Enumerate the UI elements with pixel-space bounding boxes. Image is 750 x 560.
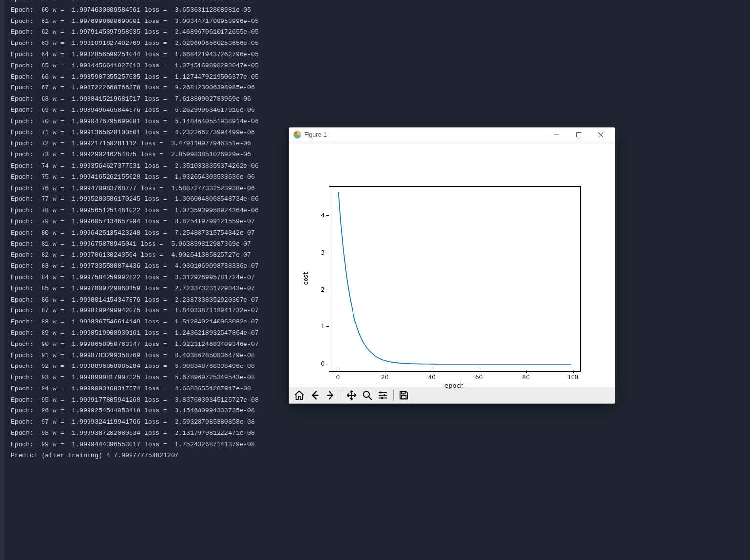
terminal-line: Epoch: 90 w = 1.9998658050763347 loss = … [11, 339, 259, 350]
terminal-line: Epoch: 99 w = 1.9999444396553017 loss = … [11, 439, 259, 451]
terminal-line: Epoch: 66 w = 1.9985907355257035 loss = … [11, 72, 259, 83]
forward-icon[interactable] [324, 388, 337, 402]
line-plot [329, 187, 580, 371]
figure-title: Figure 1 [304, 131, 327, 138]
terminal-line: Epoch: 62 w = 1.9979145397958935 loss = … [11, 27, 259, 38]
x-tick-mark [338, 371, 338, 373]
y-tick-mark [326, 253, 329, 253]
terminal-line: Epoch: 70 w = 1.9990476795699081 loss = … [11, 116, 259, 128]
minimize-button[interactable] [546, 128, 568, 142]
y-tick-mark [326, 364, 329, 364]
terminal-line: Epoch: 77 w = 1.9995203586170245 loss = … [11, 194, 259, 205]
pan-icon[interactable] [345, 388, 358, 402]
x-tick-mark [385, 371, 385, 373]
terminal-output: Epoch: 59 w = 1.9972827927327707 loss = … [11, 0, 259, 461]
terminal-line: Epoch: 76 w = 1.999470983768777 loss = 1… [11, 183, 259, 194]
terminal-line: Epoch: 82 w = 1.999706130243504 loss = 4… [11, 250, 259, 261]
terminal-line: Epoch: 97 w = 1.9999324119941766 loss = … [11, 417, 259, 428]
close-button[interactable] [590, 128, 612, 142]
plot-area: epoch cost 02040608010001234 [289, 142, 615, 387]
svg-line-6 [369, 396, 372, 399]
figure-titlebar[interactable]: Figure 1 [289, 128, 615, 142]
terminal-line: Epoch: 92 w = 1.9998896858085284 loss = … [11, 361, 259, 372]
matplotlib-icon [293, 131, 301, 139]
x-tick-label: 80 [522, 374, 529, 381]
x-tick-mark [526, 371, 527, 373]
toolbar-separator [341, 390, 341, 401]
terminal-line: Epoch: 73 w = 1.999290216254875 loss = 2… [11, 150, 259, 161]
x-tick-label: 60 [475, 374, 483, 381]
terminal-line: Epoch: 87 w = 1.9998199499942075 loss = … [11, 305, 259, 317]
terminal-line: Epoch: 78 w = 1.9995651251461022 loss = … [11, 205, 259, 216]
x-tick-label: 100 [567, 374, 578, 381]
terminal-line: Epoch: 95 w = 1.9999177805941268 loss = … [11, 395, 259, 406]
terminal-line: Epoch: 63 w = 1.9981091827482769 loss = … [11, 38, 259, 49]
terminal-line: Epoch: 67 w = 1.9987222668766378 loss = … [11, 83, 259, 94]
terminal-line: Epoch: 68 w = 1.9988415219681517 loss = … [11, 94, 259, 105]
figure-toolbar [289, 387, 615, 403]
terminal-line: Epoch: 59 w = 1.9972827927327707 loss = … [11, 0, 259, 5]
terminal-line: Epoch: 86 w = 1.9998014154347876 loss = … [11, 295, 259, 306]
y-tick-label: 3 [310, 249, 325, 256]
zoom-icon[interactable] [360, 388, 374, 402]
svg-rect-14 [401, 395, 406, 398]
configure-icon[interactable] [376, 388, 390, 402]
terminal-line: Epoch: 94 w = 1.9999093168317574 loss = … [11, 384, 259, 395]
terminal-line: Epoch: 91 w = 1.9998783299358769 loss = … [11, 350, 259, 362]
home-icon[interactable] [292, 388, 306, 402]
x-tick-mark [573, 371, 574, 373]
maximize-button[interactable] [568, 128, 590, 142]
y-tick-label: 4 [310, 212, 325, 219]
terminal-line: Epoch: 60 w = 1.9974630809584561 loss = … [11, 5, 259, 16]
terminal-line: Epoch: 61 w = 1.9976998600690001 loss = … [11, 16, 259, 27]
back-icon[interactable] [308, 388, 322, 402]
svg-rect-13 [401, 391, 405, 394]
figure-window: Figure 1 epoch cost 02040608010001234 [289, 127, 615, 404]
terminal-line: Epoch: 79 w = 1.9996057134657994 loss = … [11, 216, 259, 228]
terminal-line: Epoch: 98 w = 1.9999387202080534 loss = … [11, 428, 259, 439]
terminal-line: Epoch: 84 w = 1.9997584259992822 loss = … [11, 272, 259, 283]
y-tick-mark [326, 215, 329, 216]
x-tick-mark [479, 371, 479, 373]
terminal-line: Epoch: 81 w = 1.999675878945041 loss = 5… [11, 239, 259, 250]
y-tick-label: 0 [310, 360, 325, 367]
terminal-line: Epoch: 69 w = 1.9989496465844576 loss = … [11, 105, 259, 116]
terminal-line: Epoch: 65 w = 1.9984456641827613 loss = … [11, 61, 259, 72]
svg-rect-10 [380, 391, 382, 393]
y-tick-mark [326, 290, 329, 290]
x-tick-label: 0 [336, 374, 340, 381]
x-tick-label: 40 [428, 374, 436, 381]
terminal-line: Epoch: 96 w = 1.9999254544053418 loss = … [11, 406, 259, 417]
save-icon[interactable] [397, 388, 411, 402]
terminal-line: Epoch: 71 w = 1.9991365628100501 loss = … [11, 128, 259, 139]
terminal-line: Epoch: 75 w = 1.9994165262155628 loss = … [11, 172, 259, 183]
terminal-line: Epoch: 88 w = 1.9998367546614149 loss = … [11, 317, 259, 328]
y-tick-label: 2 [310, 286, 325, 293]
svg-rect-11 [384, 394, 385, 396]
terminal-line: Predict (after training) 4 7.99977775862… [11, 451, 259, 462]
x-tick-mark [432, 371, 432, 373]
y-tick-label: 1 [310, 323, 325, 330]
terminal-line: Epoch: 72 w = 1.999217150281112 loss = 3… [11, 138, 259, 150]
axes-box [329, 186, 581, 372]
x-tick-label: 20 [381, 374, 389, 381]
terminal-line: Epoch: 85 w = 1.9997809729060159 loss = … [11, 283, 259, 295]
svg-rect-2 [576, 132, 581, 137]
toolbar-separator [393, 390, 394, 401]
y-tick-mark [326, 326, 329, 327]
x-axis-label: epoch [444, 382, 464, 389]
terminal-line: Epoch: 93 w = 1.9998999817997325 loss = … [11, 372, 259, 384]
terminal-line: Epoch: 74 w = 1.9993564627377531 loss = … [11, 161, 259, 172]
svg-rect-12 [381, 397, 383, 399]
terminal-line: Epoch: 83 w = 1.9997335580874436 loss = … [11, 261, 259, 272]
terminal-line: Epoch: 64 w = 1.9982856590251044 loss = … [11, 49, 259, 61]
terminal-line: Epoch: 89 w = 1.9998519908930161 loss = … [11, 328, 259, 339]
editor-gutter [0, 0, 5, 560]
y-axis-label: cost [302, 272, 309, 285]
terminal-line: Epoch: 80 w = 1.9996425135423248 loss = … [11, 228, 259, 239]
